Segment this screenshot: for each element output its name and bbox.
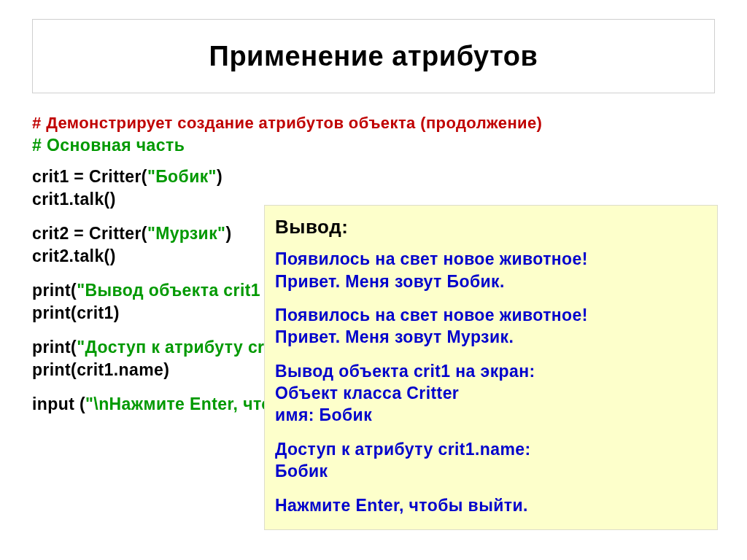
output-paragraph: Появилось на свет новое животное! Привет…: [275, 248, 707, 292]
output-paragraph: Доступ к атрибуту crit1.name: Бобик: [275, 438, 707, 483]
code-text: ): [217, 167, 222, 186]
output-line: Бобик: [275, 462, 328, 481]
code-string: "Бобик": [147, 167, 217, 186]
code-text: crit1.talk(): [32, 190, 116, 209]
output-paragraph: Появилось на свет новое животное! Привет…: [275, 304, 707, 349]
comment-main: # Демонстрирует создание атрибутов объек…: [32, 114, 715, 133]
output-line: Привет. Меня зовут Мурзик.: [275, 327, 514, 346]
page-title: Применение атрибутов: [209, 41, 538, 72]
output-line: имя: Бобик: [275, 405, 372, 424]
code-text: crit2 = Critter(: [32, 224, 147, 243]
code-text: ): [225, 224, 231, 243]
output-line: Доступ к атрибуту crit1.name:: [275, 440, 531, 459]
code-text: print(: [32, 338, 77, 357]
title-container: Применение атрибутов: [32, 19, 715, 93]
code-text: crit2.talk(): [32, 246, 116, 265]
output-title: Вывод:: [275, 214, 707, 239]
code-text: print(crit1.name): [32, 360, 169, 379]
code-text: print(crit1): [32, 303, 120, 322]
code-text: print(: [32, 281, 77, 300]
comment-sub: # Основная часть: [32, 136, 715, 155]
output-line: Появилось на свет новое животное!: [275, 306, 588, 324]
output-line: Объект класса Critter: [275, 384, 459, 402]
output-line: Появилось на свет новое животное!: [275, 249, 588, 268]
code-text: crit1 = Critter(: [32, 167, 147, 186]
output-paragraph: Нажмите Enter, чтобы выйти.: [275, 494, 707, 516]
output-line: Привет. Меня зовут Бобик.: [275, 272, 505, 291]
output-panel: Вывод: Появилось на свет новое животное!…: [264, 205, 718, 530]
output-line: Нажмите Enter, чтобы выйти.: [275, 496, 528, 515]
output-line: Вывод объекта crit1 на экран:: [275, 362, 535, 381]
code-string: "Мурзик": [147, 224, 226, 243]
code-block-1: crit1 = Critter("Бобик") crit1.talk(): [32, 166, 715, 211]
code-text: input (: [32, 394, 85, 413]
output-paragraph: Вывод объекта crit1 на экран: Объект кла…: [275, 360, 707, 427]
